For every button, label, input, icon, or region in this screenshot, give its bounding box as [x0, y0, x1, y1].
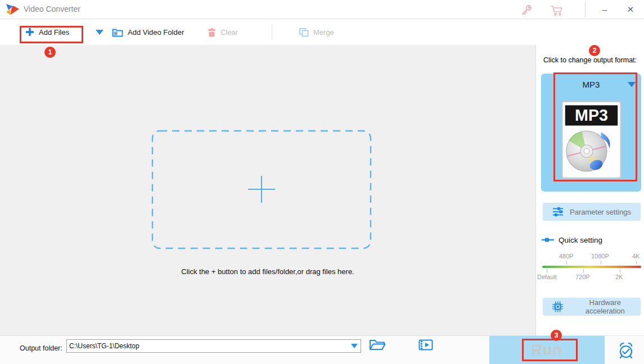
- slider-tick: [620, 269, 620, 273]
- clear-button[interactable]: Clear: [208, 25, 238, 39]
- title-bar: Video Converter – ✕: [0, 0, 644, 19]
- browse-folder-icon[interactable]: [369, 339, 386, 351]
- hardware-acceleration-button[interactable]: Hardware acceleration: [543, 298, 641, 316]
- window-title: Video Converter: [24, 4, 80, 13]
- slider-label-2k: 2K: [615, 274, 623, 280]
- add-video-folder-label: Add Video Folder: [128, 28, 184, 37]
- drop-zone[interactable]: [151, 130, 372, 249]
- file-list-area: Click the + button to add files/folder,o…: [0, 45, 535, 335]
- slider-tick: [583, 269, 584, 273]
- output-folder-label: Output folder:: [20, 344, 62, 352]
- quick-setting-toggle[interactable]: Quick setting: [541, 235, 602, 245]
- slider-tick: [566, 261, 567, 265]
- format-panel-header: Click to change output format:: [538, 56, 642, 64]
- add-files-dropdown-caret[interactable]: [96, 30, 103, 35]
- minimize-button[interactable]: –: [595, 2, 614, 17]
- selected-format-label: MP3: [541, 80, 641, 89]
- open-output-files-icon[interactable]: [418, 339, 433, 351]
- merge-label: Merge: [313, 28, 334, 37]
- add-files-label: Add Files: [39, 28, 69, 37]
- video-converter-window: Video Converter – ✕ Add Files: [0, 0, 644, 364]
- output-path-dropdown-caret[interactable]: [348, 340, 361, 352]
- plus-icon: [25, 28, 34, 37]
- merge-icon: [299, 28, 309, 37]
- dropzone-hint: Click the + button to add files/folder,o…: [0, 267, 535, 276]
- add-plus-icon: [248, 176, 275, 203]
- parameter-settings-label: Parameter settings: [570, 208, 631, 216]
- trash-icon: [208, 28, 216, 37]
- slider-tick: [547, 269, 547, 273]
- quick-setting-label: Quick setting: [559, 236, 602, 244]
- parameter-settings-button[interactable]: Parameter settings: [543, 203, 641, 221]
- sliders-icon: [552, 207, 564, 217]
- close-button[interactable]: ✕: [621, 2, 640, 17]
- mp3-format-icon: MP3: [561, 101, 622, 179]
- slider-label-480p: 480P: [559, 253, 574, 260]
- slider-tick: [636, 261, 637, 265]
- slider-label-default: Default: [537, 274, 557, 280]
- slider-label-4k: 4K: [632, 253, 640, 260]
- output-path-combo: [66, 339, 361, 353]
- quick-slider-icon: [541, 237, 555, 243]
- toolbar-divider: [272, 24, 272, 40]
- svg-text:MP3: MP3: [575, 106, 608, 124]
- cart-icon[interactable]: [550, 4, 564, 16]
- add-files-button[interactable]: Add Files: [25, 25, 69, 39]
- hardware-acceleration-label: Hardware acceleration: [569, 298, 641, 315]
- merge-button[interactable]: Merge: [299, 25, 334, 39]
- clear-label: Clear: [220, 28, 238, 37]
- add-video-folder-button[interactable]: Add Video Folder: [112, 25, 184, 39]
- app-logo-icon: [5, 3, 20, 16]
- alarm-clock-icon[interactable]: [617, 342, 635, 360]
- run-button[interactable]: Run: [489, 336, 605, 364]
- video-folder-icon: [112, 28, 123, 37]
- output-path-input[interactable]: [67, 340, 348, 352]
- cpu-chip-icon: [552, 301, 563, 312]
- toolbar: Add Files Add Video Folder Clear: [0, 20, 644, 45]
- bottom-bar: Output folder: Run: [0, 335, 644, 364]
- register-key-icon[interactable]: [520, 4, 533, 16]
- titlebar-divider: [585, 2, 586, 17]
- slider-label-720p: 720P: [575, 274, 590, 280]
- slider-label-1080p: 1080P: [591, 253, 609, 260]
- quality-slider[interactable]: [542, 266, 641, 268]
- output-format-selector[interactable]: MP3 MP3: [541, 74, 641, 192]
- slider-tick: [601, 261, 601, 265]
- format-dropdown-caret[interactable]: [628, 82, 636, 87]
